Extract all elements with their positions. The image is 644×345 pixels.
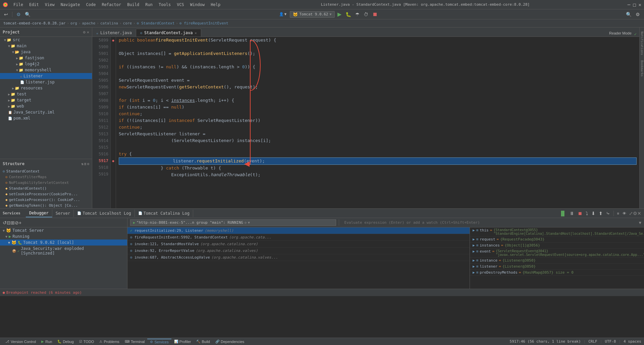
toolbar-search2[interactable]: 🔍 bbox=[625, 11, 633, 18]
run-button[interactable]: ▶ bbox=[336, 10, 343, 18]
close-button[interactable]: ✕ bbox=[639, 2, 641, 7]
debug-pause-btn[interactable]: ⏸ bbox=[568, 210, 576, 217]
minimize-button[interactable]: ─ bbox=[628, 2, 630, 7]
tree-fastjson[interactable]: ▶📁fastjson bbox=[0, 55, 92, 61]
menu-refactor[interactable]: Refactor bbox=[99, 2, 124, 8]
var-listener[interactable]: ▶ ≡ listener = {Listener@3050} bbox=[470, 264, 644, 270]
project-settings-icon[interactable]: ⚙ bbox=[83, 30, 86, 34]
menu-tools[interactable]: Tools bbox=[156, 2, 173, 8]
profile-run-button[interactable]: ⏱ bbox=[362, 11, 370, 18]
debug-step-into-btn[interactable]: ⬇ bbox=[590, 210, 597, 217]
bottom-tab-server[interactable]: Server bbox=[52, 210, 74, 217]
tree-java[interactable]: ▼📂java bbox=[0, 49, 92, 55]
tab-close-icon[interactable]: ✕ bbox=[195, 31, 197, 35]
bottom-tab-debugger[interactable]: Debugger bbox=[26, 209, 52, 217]
btn-dependencies[interactable]: 🔗 Dependencies bbox=[213, 339, 247, 344]
bc-method[interactable]: ⊙ fireRequestInitEvent bbox=[179, 21, 228, 25]
tree-resources[interactable]: ▶📁resources bbox=[0, 85, 92, 91]
toolbar-settings[interactable]: ⚙ bbox=[634, 11, 641, 18]
struct-sort-icon[interactable]: ⇅ bbox=[81, 162, 84, 166]
frame-1[interactable]: ⊙ fireRequestInitEvent:5992, StandardCon… bbox=[127, 234, 470, 241]
struct-setcookie[interactable]: ◆setCookieProcessor(CookiePro... bbox=[0, 191, 92, 197]
tree-memoryshell[interactable]: ▼📁memoryshell bbox=[0, 67, 92, 73]
notifications-icon[interactable]: Notifications bbox=[640, 29, 644, 58]
debug-button[interactable]: 🐛 bbox=[344, 11, 353, 18]
var-request[interactable]: ▶ ≡ request = {RequestFacade@3043} bbox=[470, 236, 644, 243]
tree-main[interactable]: ▼📁main bbox=[0, 43, 92, 49]
bc-context[interactable]: ⊙ StandardContext bbox=[137, 21, 175, 25]
services-add-btn[interactable]: + bbox=[19, 220, 21, 225]
tree-log4j2[interactable]: ▶📁log4j2 bbox=[0, 61, 92, 67]
var-predestroy[interactable]: ▶ ≡ preDestroyMethods = {HashMap@3057} s… bbox=[470, 270, 644, 276]
menu-edit[interactable]: Edit bbox=[26, 2, 42, 8]
debug-step-over-btn[interactable]: ⤵ bbox=[584, 210, 589, 217]
btn-terminal[interactable]: ⌨ Terminal bbox=[122, 339, 148, 344]
struct-constructor[interactable]: ◆StandardContext() bbox=[0, 186, 92, 191]
service-tomcat-server[interactable]: ▼ 🐱 Tomcat Server bbox=[0, 227, 127, 233]
tab-standardcontext[interactable]: ⊙ StandardContext.java ✕ bbox=[136, 29, 201, 37]
bottom-tab-localhost-log[interactable]: 📄 Tomcat Localhost Log bbox=[74, 210, 135, 217]
var-listener-arrow[interactable]: ▶ bbox=[473, 264, 475, 269]
toolbar-build[interactable]: ⚙ bbox=[15, 11, 22, 18]
tree-target[interactable]: ▶📁target bbox=[0, 97, 92, 103]
services-filter-btn[interactable]: ⊘ bbox=[15, 220, 19, 225]
frame-0[interactable]: ✓ requestInitialized:29, Listener (memor… bbox=[127, 227, 470, 234]
btn-version-control[interactable]: ⎇ Version Control bbox=[3, 339, 39, 344]
frame-selector[interactable]: ▶ "http-nio-8081-exec-5"...n group "main… bbox=[130, 219, 336, 226]
toolbar-undo[interactable]: ↩ bbox=[3, 11, 9, 18]
menu-navigate[interactable]: Navigate bbox=[58, 2, 83, 8]
var-event[interactable]: ▶ ≡ event = {ServletRequestEvent@3041} "… bbox=[470, 249, 644, 258]
code-content[interactable]: public boolean fireRequestInitEvent(Serv… bbox=[116, 37, 639, 208]
debug-stop-btn[interactable]: ⏹ bbox=[576, 210, 584, 217]
var-instance[interactable]: ▶ ≡ instance = {Listener@3050} bbox=[470, 258, 644, 264]
struct-settings-icon[interactable]: ⚙ bbox=[87, 162, 89, 166]
menu-view[interactable]: View bbox=[42, 2, 57, 8]
toolbar-search[interactable]: 🔍 bbox=[23, 11, 32, 18]
service-tomcat-instance[interactable]: ▼ 🐱 🐛 Tomcat 9.0.62 [local] bbox=[0, 239, 127, 246]
debug-frames-btn[interactable]: ≡ bbox=[616, 211, 621, 216]
run-config-profile[interactable]: 👤▼ bbox=[278, 11, 289, 17]
menu-file[interactable]: File bbox=[11, 2, 26, 8]
menu-code[interactable]: Code bbox=[84, 2, 99, 8]
services-collapse-btn[interactable]: ⊟ bbox=[7, 220, 11, 225]
frame-3[interactable]: ⊙ invoke:92, ErrorReportValve (org.apach… bbox=[127, 248, 470, 254]
panel-expand-btn[interactable]: ⤢ bbox=[629, 211, 633, 216]
var-this[interactable]: ▶ ≡ this = {StandardContext@3055} "Stand… bbox=[470, 227, 644, 236]
var-event-arrow[interactable]: ▶ bbox=[473, 249, 475, 254]
tree-listener[interactable]: ☕Listener bbox=[0, 73, 92, 79]
eval-input[interactable] bbox=[342, 219, 639, 226]
btn-services[interactable]: ⚙ Services bbox=[147, 339, 171, 345]
tree-java-security-iml[interactable]: 📋Java_Security.iml bbox=[0, 109, 92, 115]
breakpoint-5917[interactable]: ● bbox=[112, 159, 114, 163]
bc-apache[interactable]: apache bbox=[82, 21, 96, 25]
run-config-selector[interactable]: 🐱 Tomcat 9.0.62 ▼ bbox=[290, 11, 334, 18]
btn-todo[interactable]: ☑ TODO bbox=[76, 339, 97, 344]
btn-debug[interactable]: 🐛 Debug bbox=[55, 339, 76, 344]
services-expand-btn[interactable]: ⊞ bbox=[11, 220, 15, 225]
reader-mode-button[interactable]: Reader Mode bbox=[606, 30, 634, 37]
bc-core[interactable]: core bbox=[123, 21, 132, 25]
struct-getcookie[interactable]: ◆getCookieProcessor(): CookieP... bbox=[0, 197, 92, 203]
frame-4[interactable]: ⊙ invoke:687, AbstractAccessLogValve (or… bbox=[127, 254, 470, 261]
struct-getnaming[interactable]: ◆getNamingToken(): Object [Co... bbox=[0, 203, 92, 208]
project-close-icon[interactable]: ✕ bbox=[87, 30, 89, 34]
breakpoint-5899[interactable]: ● bbox=[112, 39, 114, 42]
struct-contextfiltermaps[interactable]: ⊙ContextFilterMaps bbox=[0, 174, 92, 180]
eval-dropdown-icon[interactable]: ▼ bbox=[639, 220, 641, 225]
tree-listener-jsp[interactable]: 📄listener.jsp bbox=[0, 79, 92, 85]
service-running[interactable]: ▼ ▶ Running bbox=[0, 233, 127, 239]
btn-profiler[interactable]: 📊 Profiler bbox=[171, 339, 194, 344]
tree-test[interactable]: ▶📁test bbox=[0, 91, 92, 97]
struct-noplugability[interactable]: ⊙NoPluagbilityServletContext bbox=[0, 180, 92, 186]
bc-org[interactable]: org bbox=[70, 21, 77, 25]
panel-settings-btn[interactable]: ⚙ bbox=[633, 211, 637, 216]
code-editor[interactable]: 5899 5900 5901 5902 5903 5904 5905 5906 … bbox=[92, 37, 639, 208]
struct-filter-icon[interactable]: ≡ bbox=[84, 162, 87, 166]
bc-jar[interactable]: tomcat-embed-core-8.0.28.jar bbox=[3, 21, 65, 25]
struct-standardcontext[interactable]: ⊙StandardContext bbox=[0, 168, 92, 174]
maximize-button[interactable]: □ bbox=[633, 2, 636, 7]
panel-close-btn[interactable]: ✕ bbox=[637, 211, 641, 216]
service-deployment[interactable]: 📦 ✓ Java_Security:war exploded [Synchron… bbox=[0, 246, 127, 256]
menu-build[interactable]: Build bbox=[124, 2, 142, 8]
tree-pom[interactable]: 📄pom.xml bbox=[0, 115, 92, 121]
